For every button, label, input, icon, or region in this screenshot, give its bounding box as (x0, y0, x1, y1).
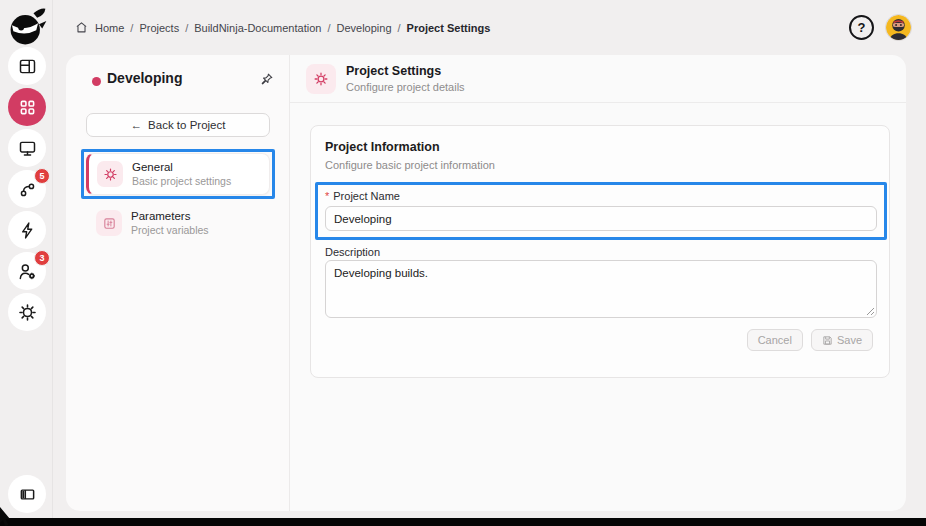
save-button[interactable]: Save (811, 329, 873, 351)
sidebar-item-general-label: General (132, 161, 231, 173)
avatar-ninja-icon (886, 15, 911, 40)
project-sidebar: Developing ← Back to Project (66, 55, 290, 511)
pin-icon (257, 71, 275, 89)
breadcrumb-separator: / (327, 22, 330, 34)
description-textarea[interactable]: Developing builds. (325, 260, 877, 318)
rail-projects-button[interactable] (8, 88, 46, 126)
description-label: Description (325, 246, 380, 258)
breadcrumb-home[interactable]: Home (95, 22, 124, 34)
users-badge: 3 (34, 250, 50, 266)
actions-bolt-icon (17, 220, 38, 241)
project-status-dot (92, 77, 101, 86)
project-header: Developing (66, 55, 289, 107)
top-bar: Home / Projects / BuildNinja-Documentati… (53, 0, 926, 55)
page-header: Project Settings Configure project detai… (290, 55, 906, 103)
page-subtitle: Configure project details (346, 81, 465, 93)
pipelines-icon (17, 179, 38, 200)
parameters-icon (96, 210, 122, 236)
breadcrumb-current: Project Settings (407, 22, 491, 34)
card-subtitle: Configure basic project information (325, 159, 495, 171)
project-name-input[interactable] (325, 206, 877, 231)
rail-users-button[interactable]: 3 (8, 252, 46, 290)
user-avatar[interactable] (885, 14, 912, 41)
breadcrumb-root-project[interactable]: BuildNinja-Documentation (194, 22, 321, 34)
monitor-icon (17, 138, 38, 159)
breadcrumb-separator: / (398, 22, 401, 34)
question-mark-icon: ? (858, 20, 866, 35)
user-settings-icon (17, 261, 38, 282)
sidebar-item-parameters-description: Project variables (131, 224, 209, 236)
main-panel: Project Settings Configure project detai… (290, 55, 906, 511)
general-gear-icon (97, 161, 123, 187)
sidebar-item-parameters[interactable]: Parameters Project variables (86, 204, 270, 242)
page-title: Project Settings (346, 64, 441, 78)
buildninja-logo-icon[interactable] (6, 5, 50, 49)
projects-grid-icon (17, 97, 38, 118)
save-icon (822, 335, 833, 346)
cancel-button[interactable]: Cancel (747, 329, 803, 351)
project-name-label: * Project Name (325, 190, 400, 202)
project-information-card: Project Information Configure basic proj… (310, 125, 890, 378)
project-settings-gear-icon (306, 64, 336, 94)
pipelines-badge: 5 (34, 168, 50, 184)
rail-actions-button[interactable] (8, 211, 46, 249)
sidebar-item-general-description: Basic project settings (132, 175, 231, 187)
dashboard-icon (17, 56, 38, 77)
back-button-label: Back to Project (148, 119, 225, 131)
back-to-project-button[interactable]: ← Back to Project (86, 113, 270, 137)
sidebar-item-general[interactable]: General Basic project settings (86, 153, 270, 195)
required-marker: * (325, 190, 329, 202)
sidebar-toggle-icon (17, 484, 38, 505)
back-arrow-icon: ← (131, 119, 143, 131)
icon-rail: 5 3 (0, 0, 53, 518)
app-window: 5 3 (0, 0, 926, 526)
rail-dashboard-button[interactable] (8, 47, 46, 85)
breadcrumb-separator: / (185, 22, 188, 34)
breadcrumb: Home / Projects / BuildNinja-Documentati… (75, 21, 490, 34)
mouse-cursor (0, 507, 14, 526)
breadcrumb-projects[interactable]: Projects (139, 22, 179, 34)
breadcrumb-project[interactable]: Developing (336, 22, 391, 34)
breadcrumb-separator: / (130, 22, 133, 34)
sidebar-item-parameters-label: Parameters (131, 210, 209, 222)
rail-settings-button[interactable] (8, 293, 46, 331)
home-icon (75, 21, 88, 34)
rail-monitor-button[interactable] (8, 129, 46, 167)
settings-gear-icon (17, 302, 38, 323)
screen-bottom-edge (0, 518, 926, 526)
project-title: Developing (107, 70, 182, 86)
help-button[interactable]: ? (849, 15, 874, 40)
rail-pipelines-button[interactable]: 5 (8, 170, 46, 208)
card-title: Project Information (325, 140, 440, 154)
pin-button[interactable] (257, 71, 275, 89)
